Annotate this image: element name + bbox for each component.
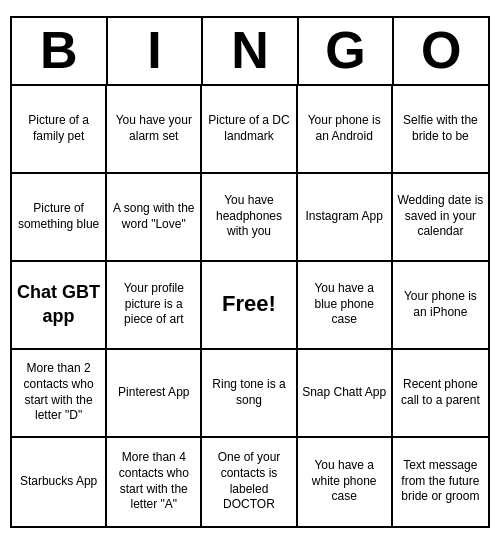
- bingo-cell-21: More than 4 contacts who start with the …: [107, 438, 202, 526]
- bingo-cell-15: More than 2 contacts who start with the …: [12, 350, 107, 438]
- bingo-letter-b: B: [12, 18, 108, 85]
- bingo-cell-7: You have headphones with you: [202, 174, 297, 262]
- bingo-cell-13: You have a blue phone case: [298, 262, 393, 350]
- bingo-cell-14: Your phone is an iPhone: [393, 262, 488, 350]
- bingo-cell-22: One of your contacts is labeled DOCTOR: [202, 438, 297, 526]
- bingo-grid: Picture of a family petYou have your ala…: [12, 86, 488, 526]
- bingo-cell-9: Wedding date is saved in your calendar: [393, 174, 488, 262]
- bingo-cell-17: Ring tone is a song: [202, 350, 297, 438]
- bingo-letter-o: O: [394, 18, 488, 85]
- bingo-card: BINGO Picture of a family petYou have yo…: [10, 16, 490, 527]
- bingo-letter-i: I: [108, 18, 204, 85]
- bingo-cell-0: Picture of a family pet: [12, 86, 107, 174]
- bingo-letter-n: N: [203, 18, 299, 85]
- bingo-cell-10: Chat GBT app: [12, 262, 107, 350]
- bingo-cell-5: Picture of something blue: [12, 174, 107, 262]
- bingo-cell-1: You have your alarm set: [107, 86, 202, 174]
- bingo-cell-8: Instagram App: [298, 174, 393, 262]
- bingo-header: BINGO: [12, 18, 488, 85]
- bingo-cell-19: Recent phone call to a parent: [393, 350, 488, 438]
- bingo-cell-6: A song with the word "Love": [107, 174, 202, 262]
- bingo-cell-18: Snap Chatt App: [298, 350, 393, 438]
- bingo-cell-3: Your phone is an Android: [298, 86, 393, 174]
- bingo-cell-20: Starbucks App: [12, 438, 107, 526]
- bingo-cell-23: You have a white phone case: [298, 438, 393, 526]
- bingo-cell-11: Your profile picture is a piece of art: [107, 262, 202, 350]
- bingo-cell-4: Selfie with the bride to be: [393, 86, 488, 174]
- bingo-letter-g: G: [299, 18, 395, 85]
- bingo-cell-2: Picture of a DC landmark: [202, 86, 297, 174]
- bingo-cell-24: Text message from the future bride or gr…: [393, 438, 488, 526]
- bingo-cell-16: Pinterest App: [107, 350, 202, 438]
- bingo-cell-12: Free!: [202, 262, 297, 350]
